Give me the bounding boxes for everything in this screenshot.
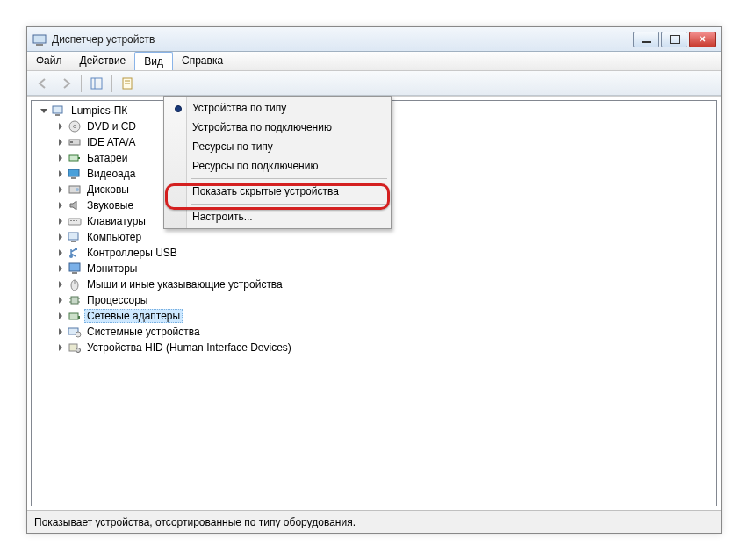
- tree-item-label[interactable]: Устройства HID (Human Interface Devices): [84, 341, 294, 355]
- tree-item-label[interactable]: Контроллеры USB: [84, 246, 180, 260]
- tree-item-computer[interactable]: Компьютер: [32, 229, 716, 245]
- tree-item-label[interactable]: Мыши и иные указывающие устройства: [84, 277, 285, 291]
- tree-item-label[interactable]: Компьютер: [84, 230, 144, 244]
- expander-icon[interactable]: [56, 249, 64, 257]
- tree-item-monitor[interactable]: Мониторы: [32, 261, 716, 276]
- svg-rect-36: [69, 313, 78, 319]
- tree-item-label[interactable]: Дисковы: [84, 183, 132, 197]
- expander-icon[interactable]: [56, 186, 64, 194]
- svg-rect-37: [78, 316, 80, 319]
- tree-item-label[interactable]: Видеоада: [84, 167, 138, 181]
- menu-resources-by-connection[interactable]: Ресурсы по подключению: [166, 156, 389, 176]
- computer-icon: [52, 104, 66, 118]
- network-adapter-icon: [68, 309, 82, 323]
- svg-rect-20: [70, 220, 72, 221]
- window-controls: [633, 32, 716, 47]
- expander-icon[interactable]: [40, 107, 48, 115]
- tree-item-label[interactable]: Клавиатуры: [84, 214, 148, 228]
- tree-item-label[interactable]: Звуковые: [84, 198, 136, 212]
- toolbar-separator: [81, 75, 82, 92]
- sound-icon: [68, 198, 82, 212]
- tree-item-label[interactable]: Мониторы: [84, 262, 140, 276]
- hid-icon: [68, 341, 82, 355]
- menu-item-label: Ресурсы по типу: [192, 140, 273, 153]
- menu-file[interactable]: Файл: [27, 52, 71, 70]
- ide-icon: [68, 135, 82, 149]
- menu-item-label: Устройства по подключению: [192, 121, 332, 133]
- minimize-button[interactable]: [633, 32, 659, 47]
- svg-rect-19: [68, 219, 81, 225]
- status-bar: Показывает устройства, отсортированные п…: [27, 510, 721, 533]
- menu-item-label: Показать скрытые устройства: [192, 185, 339, 197]
- expander-icon[interactable]: [56, 297, 64, 305]
- expander-icon[interactable]: [56, 265, 64, 273]
- tree-item-cpu[interactable]: Процессоры: [32, 292, 716, 308]
- menu-resources-by-type[interactable]: Ресурсы по типу: [166, 137, 389, 156]
- svg-rect-26: [75, 248, 77, 250]
- menu-help[interactable]: Справка: [173, 52, 232, 70]
- menu-action[interactable]: Действие: [71, 52, 135, 70]
- tree-item-label-selected[interactable]: Сетевые адаптеры: [84, 309, 183, 323]
- show-hide-tree-button[interactable]: [86, 74, 107, 93]
- tree-item-label[interactable]: Системные устройства: [84, 325, 203, 339]
- tree-item-mouse[interactable]: Мыши и иные указывающие устройства: [32, 276, 716, 292]
- expander-icon[interactable]: [56, 281, 64, 289]
- back-button[interactable]: [32, 74, 54, 93]
- tree-root-label[interactable]: Lumpics-ПК: [68, 104, 130, 118]
- svg-rect-28: [72, 272, 77, 274]
- menu-devices-by-connection[interactable]: Устройства по подключению: [166, 118, 389, 137]
- status-text: Показывает устройства, отсортированные п…: [34, 516, 356, 528]
- cpu-icon: [68, 293, 82, 307]
- menu-separator: [191, 204, 387, 205]
- expander-icon[interactable]: [56, 218, 64, 226]
- svg-point-39: [76, 332, 81, 337]
- svg-rect-22: [76, 220, 77, 221]
- tree-item-system[interactable]: Системные устройства: [32, 324, 716, 340]
- tree-item-label[interactable]: DVD и CD: [84, 119, 139, 133]
- expander-icon[interactable]: [56, 344, 64, 352]
- tree-item-hid[interactable]: Устройства HID (Human Interface Devices): [32, 340, 716, 355]
- expander-icon[interactable]: [56, 170, 64, 178]
- menu-view[interactable]: Вид: [134, 52, 173, 70]
- menu-customize[interactable]: Настроить...: [166, 207, 389, 226]
- tree-item-network[interactable]: Сетевые адаптеры: [32, 308, 716, 324]
- expander-icon[interactable]: [56, 312, 64, 320]
- close-button[interactable]: [689, 32, 716, 47]
- forward-button[interactable]: [55, 74, 76, 93]
- disc-icon: [68, 119, 82, 133]
- computer-icon: [68, 230, 82, 244]
- expander-icon[interactable]: [56, 328, 64, 336]
- svg-rect-8: [55, 114, 60, 116]
- expander-icon[interactable]: [56, 154, 64, 162]
- expander-icon[interactable]: [56, 202, 64, 210]
- monitor-icon: [68, 262, 82, 276]
- app-icon: [32, 32, 47, 47]
- tree-item-label[interactable]: Батареи: [84, 151, 130, 165]
- svg-rect-7: [53, 106, 62, 113]
- svg-rect-16: [71, 177, 76, 179]
- toolbar-separator: [111, 75, 112, 92]
- menu-bar: Файл Действие Вид Справка: [27, 52, 721, 71]
- expander-icon[interactable]: [56, 139, 64, 147]
- keyboard-icon: [68, 214, 82, 228]
- tree-item-label[interactable]: IDE ATA/A: [84, 135, 139, 149]
- expander-icon[interactable]: [56, 233, 64, 241]
- expander-icon[interactable]: [56, 123, 64, 131]
- svg-rect-31: [71, 297, 78, 304]
- disk-icon: [68, 183, 82, 197]
- menu-separator: [191, 178, 387, 179]
- display-adapter-icon: [68, 167, 82, 181]
- tree-item-label[interactable]: Процессоры: [84, 293, 151, 307]
- system-device-icon: [68, 325, 82, 339]
- menu-show-hidden-devices[interactable]: Показать скрытые устройства: [166, 182, 389, 201]
- tree-item-usb[interactable]: Контроллеры USB: [32, 245, 716, 261]
- battery-icon: [68, 151, 82, 165]
- svg-point-41: [76, 348, 81, 353]
- svg-rect-23: [68, 233, 78, 240]
- properties-button[interactable]: [117, 74, 138, 93]
- menu-devices-by-type[interactable]: Устройства по типу: [166, 98, 389, 118]
- menu-item-label: Ресурсы по подключению: [192, 160, 318, 172]
- usb-icon: [68, 246, 82, 260]
- svg-point-10: [74, 126, 76, 128]
- maximize-button[interactable]: [661, 32, 687, 47]
